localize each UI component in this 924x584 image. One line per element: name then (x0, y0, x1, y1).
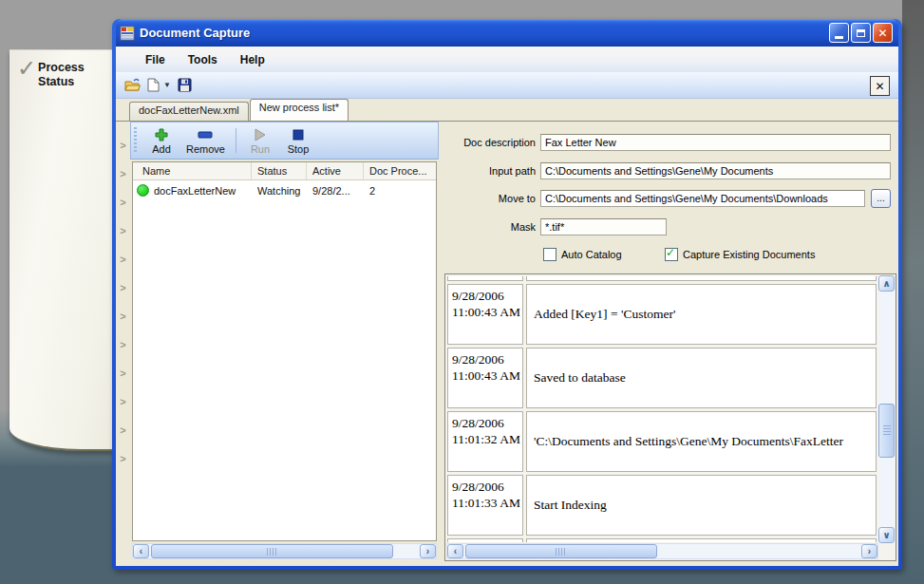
log-row: 9/28/2006 11:01:32 AM 'C:\Documents and … (447, 411, 877, 472)
log-time-cell: 9/28/2006 11:00:43 AM (447, 284, 523, 345)
scroll-left-arrow[interactable]: ‹ (133, 544, 149, 558)
process-list-hscrollbar[interactable]: ‹ › (132, 543, 437, 559)
chevron-right-icon: > (120, 161, 125, 190)
add-button[interactable]: Add (142, 126, 180, 156)
maximize-icon (857, 29, 865, 37)
log-message-cell: 'C:\Documents and Settings\Gene\My Docum… (526, 411, 877, 472)
menu-tools[interactable]: Tools (179, 50, 226, 69)
app-window: Document Capture ✕ File Tools Help (112, 19, 902, 570)
log-time-cell: 9/28/2006 11:00:43 AM (447, 348, 523, 408)
column-name[interactable]: Name (133, 162, 252, 179)
chevron-right-icon: > (120, 361, 125, 389)
chevron-right-icon: > (120, 247, 125, 275)
doc-description-label: Doc description (439, 137, 540, 148)
run-button[interactable]: Run (241, 126, 279, 156)
chevron-right-icon: > (120, 190, 125, 218)
collapsed-panel-strip: >>>>>>>>>>>> (116, 122, 130, 566)
auto-catalog-label: Auto Catalog (561, 249, 622, 260)
process-toolbar: Add Remove Ru (130, 122, 439, 160)
scroll-thumb[interactable] (465, 544, 657, 558)
doc-description-field[interactable] (540, 134, 891, 151)
log-time-cell: 9/28/2006 11:01:32 AM (447, 411, 523, 472)
chevron-right-icon: > (120, 275, 125, 304)
remove-minus-icon (198, 127, 213, 142)
log-row-partial-top (447, 276, 877, 281)
stamp-line2: Status (38, 75, 85, 89)
open-file-button[interactable] (124, 78, 141, 92)
close-button[interactable]: ✕ (873, 23, 893, 43)
log-row: 9/28/2006 11:00:43 AM Added [Key1] = 'Cu… (447, 284, 877, 345)
menu-help[interactable]: Help (232, 50, 273, 69)
process-status-stamp: ✓ Process Status (9, 50, 114, 89)
paper-graphic: ✓ Process Status (9, 49, 114, 451)
client-area: >>>>>>>>>>>> Add (116, 121, 898, 566)
browse-button[interactable]: ... (871, 189, 891, 208)
window-body: File Tools Help (116, 47, 898, 566)
list-header: Name Status Active Doc Proce... (133, 162, 436, 180)
log-message-cell: Start Indexing (526, 475, 877, 536)
log-vscrollbar[interactable]: ∧ ∨ (878, 275, 895, 543)
toolbar-grip[interactable] (134, 127, 137, 154)
minimize-button[interactable] (829, 23, 849, 43)
save-button[interactable] (178, 78, 192, 92)
column-active[interactable]: Active (307, 162, 364, 179)
tab-strip: docFaxLetterNew.xml New process list* (116, 99, 898, 121)
checkmark-icon: ✓ (17, 58, 36, 79)
input-path-field[interactable] (540, 162, 891, 179)
scroll-down-arrow[interactable]: ∨ (878, 527, 895, 543)
remove-button[interactable]: Remove (180, 126, 231, 156)
app-icon (120, 26, 135, 41)
log-time-cell: 9/28/2006 11:01:33 AM (447, 475, 523, 536)
save-floppy-icon (178, 78, 192, 92)
scroll-thumb[interactable] (878, 404, 895, 458)
new-document-icon (147, 78, 160, 92)
column-status[interactable]: Status (252, 162, 307, 179)
chevron-right-icon: > (120, 133, 125, 161)
window-title: Document Capture (140, 26, 829, 40)
process-status: Watching (252, 180, 307, 200)
capture-existing-label: Capture Existing Documents (683, 249, 815, 260)
log-row: 9/28/2006 11:00:43 AM Saved to database (447, 348, 877, 408)
toolbar-separator (236, 128, 236, 153)
log-rows: 9/28/2006 11:00:43 AM Added [Key1] = 'Cu… (447, 276, 877, 542)
menu-bar: File Tools Help (116, 47, 898, 72)
move-to-label: Move to (439, 193, 540, 204)
auto-catalog-checkbox[interactable] (543, 248, 556, 261)
chevron-right-icon: > (120, 389, 125, 418)
tab-new-process-list[interactable]: New process list* (250, 99, 349, 121)
process-row[interactable]: docFaxLetterNew Watching 9/28/2... 2 (133, 180, 436, 200)
add-plus-icon (155, 127, 168, 142)
new-document-dropdown[interactable]: ▼ (163, 81, 171, 89)
process-active-date: 9/28/2... (307, 180, 364, 200)
process-name: docFaxLetterNew (154, 185, 236, 197)
chevron-right-icon: > (120, 218, 125, 247)
log-hscrollbar[interactable]: ‹ › (446, 543, 878, 559)
close-panel-button[interactable]: ✕ (870, 76, 890, 96)
scroll-thumb[interactable] (151, 544, 393, 558)
process-list: Name Status Active Doc Proce... docFaxLe… (132, 161, 437, 541)
page-background: ✓ Process Status Document Capture (0, 0, 924, 584)
column-doc-processed[interactable]: Doc Proce... (364, 162, 436, 179)
maximize-button[interactable] (851, 23, 871, 43)
scroll-up-arrow[interactable]: ∧ (878, 275, 895, 292)
scroll-right-arrow[interactable]: › (861, 544, 877, 558)
chevron-right-icon: > (120, 418, 125, 446)
process-list-panel: Add Remove Ru (130, 122, 439, 566)
mask-label: Mask (439, 221, 540, 233)
move-to-field[interactable] (540, 190, 865, 207)
mask-field[interactable] (540, 218, 667, 235)
process-doc-count: 2 (364, 180, 436, 200)
new-document-button[interactable] (147, 78, 160, 92)
chevron-right-icon: > (120, 332, 125, 361)
activity-log: 9/28/2006 11:00:43 AM Added [Key1] = 'Cu… (444, 273, 896, 561)
menu-file[interactable]: File (137, 50, 174, 69)
scroll-right-arrow[interactable]: › (420, 544, 436, 558)
stop-button[interactable]: Stop (279, 126, 317, 156)
minimize-icon (835, 36, 843, 39)
capture-existing-checkbox[interactable] (665, 248, 678, 261)
chevron-right-icon: > (120, 446, 125, 475)
tab-docfaxletternew[interactable]: docFaxLetterNew.xml (129, 102, 249, 121)
scroll-left-arrow[interactable]: ‹ (447, 544, 463, 558)
main-toolbar: ▼ ✕ (116, 72, 898, 99)
title-bar: Document Capture ✕ (116, 19, 898, 47)
